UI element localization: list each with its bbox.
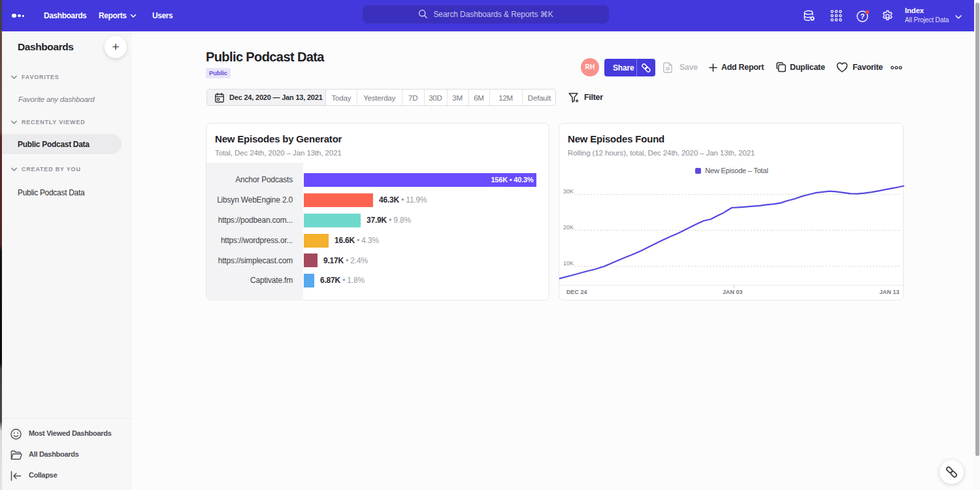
svg-text:?: ? bbox=[860, 12, 865, 20]
